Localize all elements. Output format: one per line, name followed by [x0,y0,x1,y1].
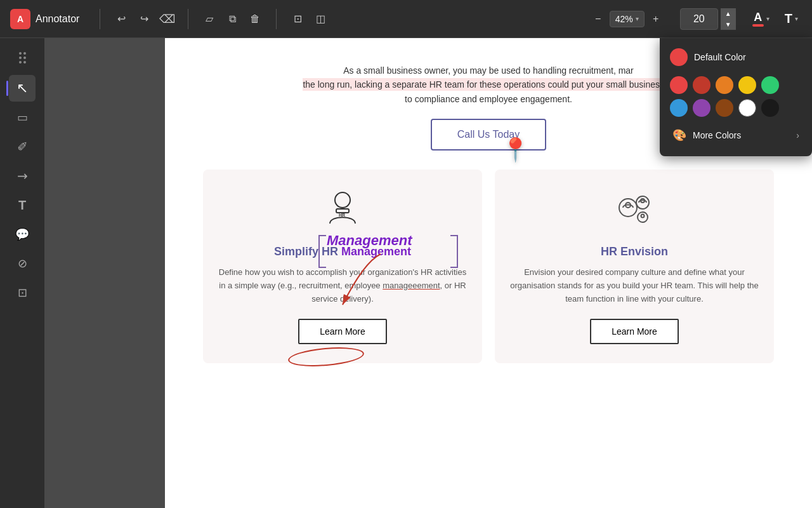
palette-icon: 🎨 [672,128,686,142]
annotate-icon: ✐ [17,139,28,154]
zoom-dropdown-icon: ▾ [636,15,639,22]
zoom-value: 42% [615,14,633,24]
color-picker-popup: Default Color 🎨 More Colors › [660,38,812,156]
text-tool-letter: T [785,11,792,26]
more-colors-row[interactable]: 🎨 More Colors › [670,124,802,146]
clear-button[interactable]: ⌫ [156,8,178,30]
text-tool-button[interactable]: T ▾ [781,9,802,29]
card-1-title: Simplify HR Management [274,245,411,258]
card-1-icon: HR [324,189,362,232]
page-text-block: As a small business owner, you may be us… [266,64,710,106]
text-icon: T [18,198,26,213]
color-swatch-blue[interactable] [670,99,688,117]
color-swatch-green[interactable] [761,76,779,94]
toolbar: A Annotator ↩ ↪ ⌫ ▱ ⧉ 🗑 ⊡ ◫ − 42% ▾ + ▲ … [0,0,812,38]
delete-button[interactable]: 🗑 [244,8,266,30]
font-size-down[interactable]: ▼ [721,19,736,30]
color-swatch-black[interactable] [761,99,779,117]
view-group: ⊡ ◫ [287,8,331,30]
color-grid [670,76,802,117]
app-name: Annotator [36,13,79,25]
sidebar-tool-shape[interactable]: ▭ [9,104,36,131]
more-colors-label: More Colors [693,130,741,140]
card-1-text: Define how you wish to accomplish your o… [216,266,469,305]
sidebar: ↖ ▭ ✐ ↗ T 💬 ⊘ ⊡ [0,38,44,508]
logo-area: A Annotator [10,9,79,29]
cards-row: HR Simplify HR Management Define how you… [203,170,774,363]
sidebar-tool-comment[interactable]: 💬 [9,221,36,248]
font-color-dropdown-icon: ▾ [766,15,769,22]
divider-3 [276,9,277,29]
highlighted-text: the long run, lacking a separate HR team… [303,78,674,91]
sidebar-tool-crop[interactable]: ⊡ [9,279,36,306]
sidebar-tool-text[interactable]: T [9,192,36,218]
frame-button[interactable]: ▱ [199,8,220,30]
font-color-letter: A [754,11,762,24]
more-colors-chevron-icon: › [796,130,799,140]
text-tool-dropdown-icon: ▾ [795,15,798,22]
svg-point-8 [641,215,645,218]
dot-3 [19,57,22,59]
sidebar-tool-eraser[interactable]: ⊘ [9,250,36,277]
dot-6 [23,61,26,64]
card-2-text: Envision your desired company culture an… [508,266,761,305]
card-1-learn-more-button[interactable]: Learn More [298,319,387,344]
color-swatch-orange[interactable] [716,76,733,94]
color-row-1 [670,76,802,94]
select-icon: ↖ [16,80,28,97]
zoom-plus-button[interactable]: + [647,10,665,28]
color-swatch-red2[interactable] [693,76,710,94]
misspelled-word: manageeement [383,281,440,290]
font-color-indicator [752,24,764,27]
frame-group: ▱ ⧉ 🗑 [199,8,266,30]
sidebar-tool-annotate[interactable]: ✐ [9,133,36,160]
logo-letter: A [17,14,23,24]
svg-point-0 [335,192,350,208]
zoom-display[interactable]: 42% ▾ [610,11,645,27]
dot-2 [23,52,26,55]
redo-button[interactable]: ↪ [133,8,155,30]
copy-button[interactable]: ⧉ [221,8,243,30]
zoom-minus-button[interactable]: − [589,10,607,28]
default-color-label: Default Color [694,52,746,62]
card-2-icon [612,189,657,232]
default-color-circle [670,48,688,66]
color-swatch-red1[interactable] [670,76,688,94]
font-color-button[interactable]: A ▾ [749,8,773,29]
history-group: ↩ ↪ ⌫ [110,8,178,30]
default-color-row[interactable]: Default Color [670,48,802,66]
logo-icon: A [10,9,30,29]
font-size-arrows: ▲ ▼ [721,8,736,30]
font-size-control: ▲ ▼ [680,8,736,30]
color-swatch-yellow[interactable] [738,76,756,94]
call-us-today-button[interactable]: Call Us Today [431,119,546,150]
font-size-up[interactable]: ▲ [721,8,736,19]
color-row-2 [670,99,802,117]
color-swatch-white[interactable] [738,99,756,117]
selection-button[interactable]: ⊡ [287,8,308,30]
card-2-learn-more-button[interactable]: Learn More [590,319,679,344]
dot-4 [23,57,26,59]
card-2-title: HR Envision [601,245,668,258]
card-hr-envision: HR Envision Envision your desired compan… [495,170,774,363]
undo-button[interactable]: ↩ [110,8,132,30]
divider-2 [188,9,188,29]
layers-button[interactable]: ◫ [310,8,331,30]
sidebar-dots [15,48,30,67]
crop-icon: ⊡ [18,286,27,300]
eraser-icon: ⊘ [18,257,27,271]
card-simplify-hr: HR Simplify HR Management Define how you… [203,170,482,363]
comment-icon: 💬 [15,227,29,241]
more-colors-left: 🎨 More Colors [672,128,741,142]
sidebar-tool-select[interactable]: ↖ [9,75,36,102]
font-size-input[interactable] [680,8,718,30]
color-swatch-brown[interactable] [716,99,733,117]
shape-icon: ▭ [17,110,28,124]
color-swatch-purple[interactable] [693,99,710,117]
sidebar-tool-arrow[interactable]: ↗ [9,163,36,189]
divider-1 [100,9,100,29]
zoom-control: − 42% ▾ + [589,10,665,28]
svg-text:HR: HR [339,213,345,217]
dot-5 [19,61,22,64]
dot-1 [19,52,22,55]
